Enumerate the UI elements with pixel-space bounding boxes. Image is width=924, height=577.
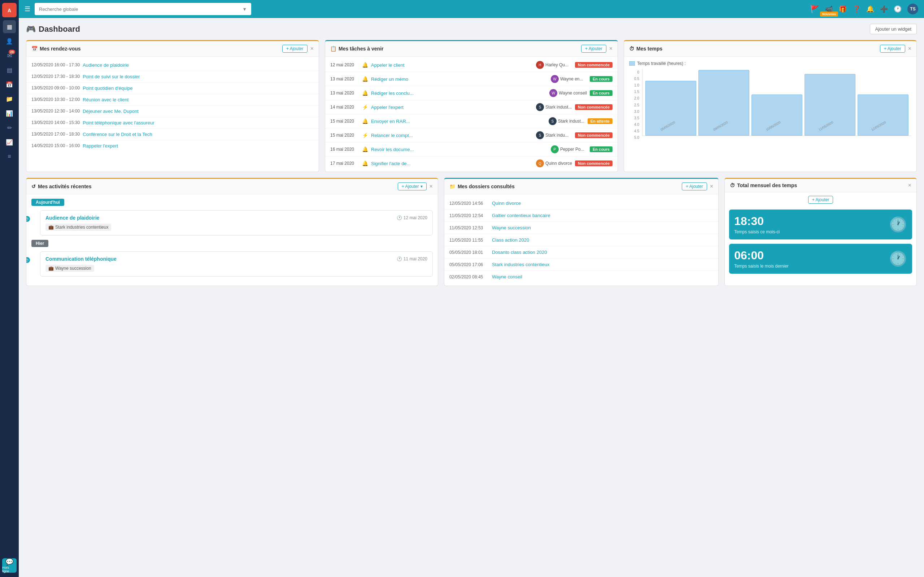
activity-title[interactable]: Communication téléphonique xyxy=(45,256,116,262)
activities-add-button[interactable]: + Ajouter ▾ xyxy=(398,182,426,190)
dashboard-title-text: Dashboard xyxy=(39,24,80,34)
topbar-help-icon[interactable]: ❓ xyxy=(853,5,861,13)
list-item: 13/05/2020 17:00 - 18:30 Conférence sur … xyxy=(26,129,319,140)
appointment-name[interactable]: Déjeuner avec Me. Dupont xyxy=(82,108,139,114)
search-container[interactable]: ▼ xyxy=(35,3,251,15)
appointment-time: 13/05/2020 09:00 - 10:00 xyxy=(31,85,80,90)
sidebar-item-edit[interactable]: ✏ xyxy=(3,121,16,134)
sidebar-item-chartbar[interactable]: 📊 xyxy=(3,107,16,120)
appointment-name[interactable]: Rappeler l'expert xyxy=(82,143,118,148)
task-name[interactable]: Rédiger un mémo xyxy=(371,76,548,82)
task-name[interactable]: Revoir les docume... xyxy=(371,147,548,152)
svg-text:A: A xyxy=(8,8,11,13)
assignee-name: Pepper Po... xyxy=(560,147,584,152)
topbar-bell-icon[interactable]: 🔔 xyxy=(866,5,874,13)
topbar-plus-icon[interactable]: ➕ xyxy=(880,5,888,13)
activity-title[interactable]: Audience de plaidoirie xyxy=(45,215,99,221)
dossier-name[interactable]: Galtier contentieux bancaire xyxy=(492,213,551,218)
sidebar-item-person[interactable]: 👤 xyxy=(3,35,16,48)
hamburger-icon[interactable]: ☰ xyxy=(24,5,30,13)
task-name[interactable]: Signifier l'acte de... xyxy=(371,161,533,166)
appointment-name[interactable]: Point de suivi sur le dossier xyxy=(82,74,140,79)
sidebar-item-grid[interactable]: ▦ xyxy=(3,20,16,33)
tasks-add-button[interactable]: + Ajouter xyxy=(581,45,606,53)
list-item: 12/05/2020 17:30 - 18:30 Point de suivi … xyxy=(26,71,319,82)
total-time: 06:00 xyxy=(734,249,789,262)
task-date: 14 mai 2020 xyxy=(330,105,359,110)
task-name[interactable]: Appeler l'expert xyxy=(371,105,533,110)
sidebar-item-trend[interactable]: 📈 xyxy=(3,135,16,148)
search-input[interactable] xyxy=(39,6,242,12)
dossier-name[interactable]: Stark industries contentieux xyxy=(492,262,550,267)
list-item: Audience de plaidoirie 🕐 12 mai 2020 💼St… xyxy=(40,210,433,235)
activities-close-button[interactable]: × xyxy=(430,184,433,189)
assignee-name: Stark indust... xyxy=(558,119,584,124)
appointment-name[interactable]: Audience de plaidoirie xyxy=(82,62,129,68)
dossier-name[interactable]: Wayne conseil xyxy=(492,274,522,279)
tasks-close-button[interactable]: × xyxy=(609,46,612,52)
user-avatar[interactable]: TS xyxy=(908,3,918,15)
temps-add-button[interactable]: + Ajouter xyxy=(880,45,905,53)
search-dropdown-icon[interactable]: ▼ xyxy=(242,6,247,12)
task-assignee: S Stark indu... xyxy=(536,131,572,139)
task-name[interactable]: Relancer le compt... xyxy=(371,133,533,138)
chat-button[interactable]: 💬 Hors ligne xyxy=(2,558,16,573)
dossier-name[interactable]: Quinn divorce xyxy=(492,200,521,206)
clock-icon: 🕐 xyxy=(397,256,402,261)
chart-legend: Temps travaillé (heures) : xyxy=(629,61,911,66)
topbar-video-icon[interactable]: 📹 Nouveau xyxy=(825,5,833,13)
task-status: En attente xyxy=(588,118,612,124)
task-name[interactable]: Appeler le client xyxy=(371,62,533,68)
dossiers-close-button[interactable]: × xyxy=(710,184,713,189)
sidebar-item-list[interactable]: ≡ xyxy=(3,150,16,163)
assignee-avatar: H xyxy=(536,61,544,69)
list-item: 14/05/2020 15:00 - 16:00 Rappeler l'expe… xyxy=(26,140,319,152)
task-date: 15 mai 2020 xyxy=(330,119,359,124)
task-assignee: P Pepper Po... xyxy=(551,145,587,153)
task-name[interactable]: Envoyer en RAR... xyxy=(371,119,546,124)
activities-add-dropdown-icon: ▾ xyxy=(420,184,423,189)
sidebar-item-folder[interactable]: 📁 xyxy=(3,92,16,105)
appointments-add-button[interactable]: + Ajouter xyxy=(282,45,307,53)
appointment-name[interactable]: Point téléphonique avec l'assureur xyxy=(82,120,154,126)
chart-bar xyxy=(804,74,855,135)
tag-icon: 💼 xyxy=(48,225,54,230)
task-assignee: H Harley Qu... xyxy=(536,61,572,69)
task-name[interactable]: Rédiger les conclu... xyxy=(371,90,546,96)
sidebar-item-table[interactable]: ▤ xyxy=(3,63,16,76)
dossier-name[interactable]: Class action 2020 xyxy=(492,237,529,243)
total-temps-add-button[interactable]: + Ajouter xyxy=(808,196,834,204)
y-axis-label: 1.0 xyxy=(629,83,639,87)
sidebar-item-calendar[interactable]: 📅 xyxy=(3,78,16,91)
appointment-time: 13/05/2020 14:00 - 15:30 xyxy=(31,120,80,125)
assignee-avatar: P xyxy=(551,145,559,153)
chart-y-axis: 5.04.54.03.53.02.52.01.51.00.50 xyxy=(629,69,639,141)
dossier-name[interactable]: Wayne succession xyxy=(492,225,531,230)
topbar-flag-icon[interactable]: 🚩 xyxy=(810,5,819,13)
topbar-gift-icon[interactable]: 🎁 xyxy=(839,5,847,13)
list-item: 12/05/2020 14:56 Quinn divorce xyxy=(444,197,718,210)
y-axis-label: 1.5 xyxy=(629,90,639,94)
add-widget-button[interactable]: Ajouter un widget xyxy=(870,24,917,34)
list-item: 02/05/2020 08:45 Wayne conseil xyxy=(444,271,718,283)
sidebar-item-mail[interactable]: ✉ 29 xyxy=(3,49,16,62)
appointment-name[interactable]: Point quotidien d'équipe xyxy=(82,85,132,91)
logo[interactable]: A xyxy=(2,3,16,17)
task-assignee: W Wayne en... xyxy=(551,75,587,83)
dossiers-add-button[interactable]: + Ajouter xyxy=(682,182,707,190)
assignee-avatar: S xyxy=(536,131,544,139)
list-item: 13 mai 2020 🔔 Rédiger un mémo W Wayne en… xyxy=(325,72,617,86)
activity-date: 🕐 11 mai 2020 xyxy=(397,256,427,261)
list-item: 14 mai 2020 ⚡ Appeler l'expert S Stark i… xyxy=(325,100,617,114)
temps-close-button[interactable]: × xyxy=(908,46,911,52)
appointment-name[interactable]: Conférence sur le Droit et la Tech xyxy=(82,132,152,137)
appointment-name[interactable]: Réunion avec le client xyxy=(82,97,129,102)
list-item: 05/05/2020 17:06 Stark industries conten… xyxy=(444,259,718,271)
appointments-close-button[interactable]: × xyxy=(310,46,313,52)
total-temps-close-button[interactable]: × xyxy=(908,182,911,188)
topbar-clock-icon[interactable]: 🕐 xyxy=(894,5,901,13)
dossier-name[interactable]: Dosanto class action 2020 xyxy=(492,250,547,255)
dossier-date: 11/05/2020 12:53 xyxy=(449,226,489,230)
activities-widget-header: ↺ Mes activités récentes + Ajouter ▾ × xyxy=(26,179,438,194)
bottom-widget-row: ↺ Mes activités récentes + Ajouter ▾ × A… xyxy=(26,178,917,286)
